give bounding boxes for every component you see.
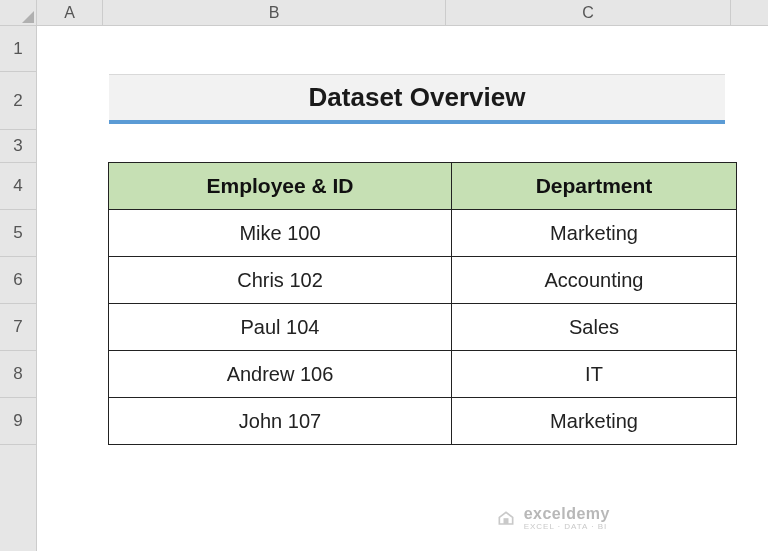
column-header-blank[interactable] (731, 0, 768, 26)
table-header-label: Employee & ID (206, 174, 353, 198)
table-cell[interactable]: Andrew 106 (108, 350, 452, 398)
watermark: exceldemy EXCEL · DATA · BI (496, 506, 610, 531)
row-header-9[interactable]: 9 (0, 398, 37, 445)
table-cell[interactable]: Marketing (451, 397, 737, 445)
row-label: 1 (13, 39, 22, 59)
row-header-6[interactable]: 6 (0, 257, 37, 304)
data-table: Employee & ID Department Mike 100 Market… (103, 163, 731, 445)
row-header-blank[interactable] (0, 445, 37, 492)
row-header-1[interactable]: 1 (0, 26, 37, 72)
page-title[interactable]: Dataset Overview (109, 74, 725, 124)
watermark-brand: exceldemy (524, 506, 610, 522)
table-header-employee[interactable]: Employee & ID (108, 162, 452, 210)
table-cell-value: Andrew 106 (227, 363, 334, 386)
select-all-icon (22, 11, 34, 23)
row-label: 4 (13, 176, 22, 196)
svg-rect-0 (503, 518, 508, 524)
table-cell[interactable]: IT (451, 350, 737, 398)
table-cell-value: Paul 104 (241, 316, 320, 339)
spreadsheet-grid: A B C 1 2 3 4 5 6 7 8 9 Dataset Overview… (0, 0, 768, 551)
row-header-8[interactable]: 8 (0, 351, 37, 398)
row-label: 2 (13, 91, 22, 111)
table-cell-value: Accounting (545, 269, 644, 292)
table-cell[interactable]: Chris 102 (108, 256, 452, 304)
column-header-a[interactable]: A (37, 0, 103, 26)
table-cell[interactable]: Paul 104 (108, 303, 452, 351)
row-label: 5 (13, 223, 22, 243)
page-title-text: Dataset Overview (309, 82, 526, 113)
table-header-department[interactable]: Department (451, 162, 737, 210)
row-header-3[interactable]: 3 (0, 130, 37, 163)
table-cell-value: Mike 100 (239, 222, 320, 245)
table-cell[interactable]: Accounting (451, 256, 737, 304)
row-header-7[interactable]: 7 (0, 304, 37, 351)
column-header-c[interactable]: C (446, 0, 731, 26)
row-label: 3 (13, 136, 22, 156)
row-header-4[interactable]: 4 (0, 163, 37, 210)
table-cell-value: Chris 102 (237, 269, 323, 292)
exceldemy-logo-icon (496, 509, 516, 529)
table-cell[interactable]: Sales (451, 303, 737, 351)
watermark-tag: EXCEL · DATA · BI (524, 523, 610, 531)
row-label: 7 (13, 317, 22, 337)
table-cell-value: IT (585, 363, 603, 386)
row-label: 8 (13, 364, 22, 384)
table-cell[interactable]: Marketing (451, 209, 737, 257)
table-cell-value: Marketing (550, 222, 638, 245)
table-cell[interactable]: Mike 100 (108, 209, 452, 257)
row-label: 6 (13, 270, 22, 290)
table-header-label: Department (536, 174, 653, 198)
column-label: B (269, 4, 280, 22)
table-cell[interactable]: John 107 (108, 397, 452, 445)
column-label: A (64, 4, 75, 22)
table-cell-value: Sales (569, 316, 619, 339)
row-label: 9 (13, 411, 22, 431)
select-all-corner[interactable] (0, 0, 37, 26)
table-cell-value: John 107 (239, 410, 321, 433)
table-cell-value: Marketing (550, 410, 638, 433)
row-header-2[interactable]: 2 (0, 72, 37, 130)
row-header-5[interactable]: 5 (0, 210, 37, 257)
column-label: C (582, 4, 594, 22)
column-header-b[interactable]: B (103, 0, 446, 26)
row-header-blank2[interactable] (0, 492, 37, 551)
watermark-text: exceldemy EXCEL · DATA · BI (524, 506, 610, 531)
